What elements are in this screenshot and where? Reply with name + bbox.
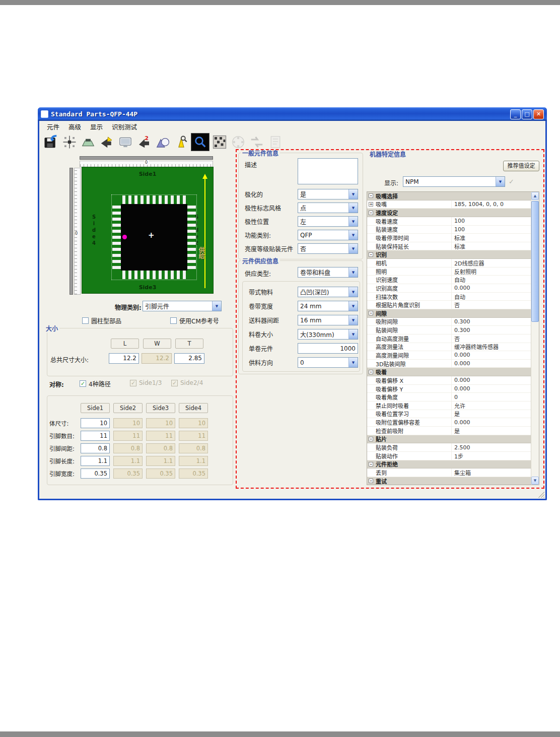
property-value[interactable]: 自动	[451, 293, 531, 301]
field-control[interactable]: 0▼	[298, 357, 358, 368]
field-control[interactable]: 凸凹(深凹)▼	[298, 287, 358, 297]
property-value[interactable]: 0.000	[451, 385, 531, 393]
chevron-down-icon[interactable]: ▼	[348, 267, 358, 277]
checkbox-box[interactable]: ✓	[80, 380, 86, 387]
property-value[interactable]: 0.000	[451, 360, 531, 368]
property-value[interactable]: 0.300	[451, 318, 531, 326]
property-row[interactable]: - 吸着	[367, 368, 531, 376]
property-row[interactable]: 识别高度 0.000	[367, 284, 531, 293]
expand-icon[interactable]: -	[369, 252, 373, 257]
field-control[interactable]: 16 mm▼	[298, 315, 358, 325]
property-row[interactable]: - 速度设定	[367, 209, 531, 217]
property-value[interactable]: 缓冲器终端传感器	[451, 343, 531, 351]
field-select[interactable]: 左▼	[298, 216, 358, 227]
polarity-flag-icon[interactable]	[98, 133, 115, 151]
side1-cell[interactable]: 10	[81, 418, 110, 428]
grid-scrollbar[interactable]: ▲ ▼	[531, 192, 539, 485]
field-control[interactable]: 24 mm▼	[298, 301, 358, 311]
property-row[interactable]: - 吸嘴选择	[367, 192, 531, 200]
property-value[interactable]: 0.000	[451, 418, 531, 426]
property-value[interactable]: 2.500	[451, 443, 531, 451]
property-row[interactable]: 吸着停滞时间 标准	[367, 234, 531, 242]
maximize-button[interactable]: □	[522, 109, 532, 119]
property-row[interactable]: 贴装间隙 0.300	[367, 326, 531, 334]
side1-cell[interactable]: 0.8	[81, 443, 110, 453]
property-row[interactable]: 3D贴装间隙 0.000	[367, 360, 531, 368]
property-row[interactable]: 吸着位置学习 是	[367, 410, 531, 419]
property-value[interactable]	[451, 192, 531, 200]
property-value[interactable]	[451, 250, 531, 258]
field-control[interactable]: 1000▼	[298, 343, 358, 354]
minimize-button[interactable]: _	[510, 109, 521, 119]
chevron-down-icon[interactable]: ▼	[348, 244, 358, 253]
property-value[interactable]: 100	[451, 217, 531, 225]
total-size-l-input[interactable]: 12.2	[109, 353, 139, 364]
expand-icon[interactable]: -	[369, 462, 373, 466]
checkbox-box[interactable]	[82, 317, 89, 324]
property-value[interactable]: 185, 1004, 0, 0, 0	[451, 200, 531, 209]
cylindrical-checkbox[interactable]: 圆柱型部品	[82, 316, 121, 325]
checkbox-box[interactable]	[170, 317, 177, 324]
property-row[interactable]: - 贴片	[367, 435, 531, 444]
chevron-down-icon[interactable]: ▼	[348, 230, 358, 240]
save-icon[interactable]	[42, 133, 59, 151]
property-row[interactable]: 吸着偏移 X 0.000	[367, 376, 531, 385]
property-value[interactable]: 0.000	[451, 376, 531, 384]
cm-ref-checkbox[interactable]: 使用CM参考号	[170, 316, 219, 325]
chevron-down-icon[interactable]: ▼	[348, 358, 358, 367]
menu-item[interactable]: 识别测试	[107, 121, 142, 132]
property-row[interactable]: 高度测量法 缓冲器终端传感器	[367, 343, 531, 352]
property-value[interactable]: 100	[451, 226, 531, 234]
property-row[interactable]: 高度测量间隙 0.000	[367, 351, 531, 360]
chevron-down-icon[interactable]: ▼	[348, 329, 358, 339]
vertical-scrollbar[interactable]	[69, 168, 73, 295]
expand-icon[interactable]: -	[369, 479, 373, 483]
property-value[interactable]: 是	[451, 427, 531, 435]
property-value[interactable]: 自动	[451, 276, 531, 284]
physical-category-select[interactable]: 引脚元件▼	[143, 301, 222, 311]
property-row[interactable]: - 重试	[367, 477, 531, 485]
chevron-down-icon[interactable]: ▼	[348, 189, 358, 199]
four-path-checkbox[interactable]: ✓ 4种路径	[80, 379, 111, 388]
property-row[interactable]: 吸着速度 100	[367, 217, 531, 226]
property-row[interactable]: 根据贴片角度识别 否	[367, 301, 531, 309]
property-value[interactable]: 否	[451, 334, 531, 343]
property-row[interactable]: 扫描次数 自动	[367, 293, 531, 301]
chevron-down-icon[interactable]: ▼	[348, 203, 358, 213]
expand-icon[interactable]: -	[369, 193, 373, 198]
grid-image-icon[interactable]	[211, 133, 228, 151]
property-value[interactable]: 集尘箱	[451, 468, 531, 477]
chevron-down-icon[interactable]: ▼	[496, 177, 505, 186]
field-select[interactable]: QFP▼	[298, 230, 358, 240]
property-value[interactable]: 标准	[451, 234, 531, 242]
chevron-down-icon[interactable]: ▼	[348, 287, 358, 297]
property-value[interactable]	[451, 368, 531, 376]
field-select[interactable]: 是▼	[298, 189, 358, 199]
description-textarea[interactable]	[298, 158, 358, 184]
property-row[interactable]: 贴装保持延长 标准	[367, 242, 531, 251]
side1-cell[interactable]: 11	[81, 431, 110, 441]
field-control[interactable]: 大(330mm)▼	[298, 329, 358, 340]
property-row[interactable]: 贴装负荷 2.500	[367, 443, 531, 452]
chevron-down-icon[interactable]: ▼	[212, 301, 221, 311]
expand-icon[interactable]: -	[369, 437, 373, 441]
property-row[interactable]: + 吸嘴 185, 1004, 0, 0, 0	[367, 200, 531, 209]
property-row[interactable]: 识别速度 自动	[367, 276, 531, 284]
title-bar[interactable]: Standard Parts-QFP-44P _ □ ✕	[38, 107, 547, 121]
menu-item[interactable]: 显示	[86, 121, 107, 132]
scroll-up-icon[interactable]: ▲	[531, 192, 539, 200]
expand-icon[interactable]: -	[369, 211, 373, 215]
property-row[interactable]: 吸着角度 0	[367, 393, 531, 401]
shape-tool-icon[interactable]	[154, 133, 171, 151]
property-value[interactable]: 标准	[451, 242, 531, 250]
horizontal-scrollbar[interactable]	[80, 156, 213, 160]
property-row[interactable]: 贴装动作 1步	[367, 452, 531, 460]
zoom-icon[interactable]	[191, 133, 209, 151]
side1-cell[interactable]: 0.35	[81, 468, 110, 479]
property-row[interactable]: 自动高度测量 否	[367, 334, 531, 343]
property-value[interactable]: 允许	[451, 401, 531, 410]
property-value[interactable]: 1步	[451, 452, 531, 460]
rotate-2-icon[interactable]: 2	[135, 133, 153, 151]
property-value[interactable]: 是	[451, 410, 531, 418]
property-value[interactable]	[451, 477, 531, 485]
